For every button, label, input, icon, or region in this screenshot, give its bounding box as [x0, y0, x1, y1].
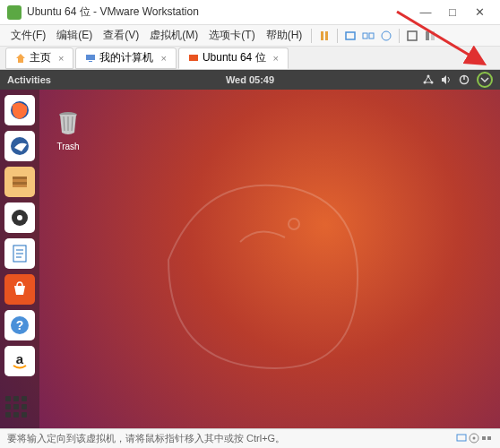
- network-icon[interactable]: [422, 73, 435, 86]
- svg-rect-20: [13, 177, 27, 179]
- svg-point-36: [473, 436, 476, 439]
- tab-ubuntu[interactable]: Ubuntu 64 位 ×: [178, 47, 289, 69]
- vm-screen[interactable]: Activities Wed 05:49 ? a: [0, 70, 500, 428]
- svg-rect-2: [346, 32, 355, 39]
- gnome-topbar: Activities Wed 05:49: [0, 70, 500, 90]
- pause-icon[interactable]: [318, 30, 331, 42]
- tabbar: 主页 × 我的计算机 × Ubuntu 64 位 ×: [0, 47, 500, 70]
- wallpaper-bird-icon: [133, 152, 384, 385]
- close-button[interactable]: ✕: [466, 5, 493, 19]
- dock-help[interactable]: ?: [4, 310, 35, 340]
- maximize-button[interactable]: □: [439, 5, 466, 19]
- svg-rect-22: [13, 182, 27, 185]
- svg-text:a: a: [16, 351, 24, 366]
- svg-rect-38: [487, 436, 491, 440]
- tab-home[interactable]: 主页 ×: [5, 47, 73, 69]
- clock-label[interactable]: Wed 05:49: [226, 74, 274, 85]
- snapshot-icon[interactable]: [344, 30, 357, 42]
- titlebar: Ubuntu 64 位 - VMware Workstation — □ ✕: [0, 0, 500, 25]
- svg-rect-1: [325, 31, 328, 40]
- status-device-icon[interactable]: [455, 432, 468, 446]
- tab-computer[interactable]: 我的计算机 ×: [75, 47, 176, 69]
- status-network-icon[interactable]: [480, 432, 493, 446]
- menu-vm[interactable]: 虚拟机(M): [144, 26, 203, 45]
- statusbar: 要将输入定向到该虚拟机，请将鼠标指针移入其中或按 Ctrl+G。: [0, 428, 500, 448]
- window-title: Ubuntu 64 位 - VMware Workstation: [27, 4, 412, 20]
- home-icon: [15, 53, 26, 64]
- gnome-desktop[interactable]: ? a Trash: [0, 90, 500, 428]
- dock-writer[interactable]: [4, 238, 35, 269]
- trash-label: Trash: [48, 142, 88, 151]
- svg-rect-0: [321, 31, 323, 40]
- menu-file[interactable]: 文件(F): [5, 26, 51, 45]
- svg-rect-21: [13, 179, 27, 182]
- tab-computer-label: 我的计算机: [99, 50, 153, 65]
- svg-rect-11: [189, 55, 198, 61]
- trash-icon: [48, 102, 88, 142]
- status-cd-icon[interactable]: [468, 432, 480, 446]
- svg-rect-7: [426, 31, 429, 40]
- dock-amazon[interactable]: a: [4, 346, 35, 376]
- dock-files[interactable]: [4, 167, 35, 197]
- tab-close-icon[interactable]: ×: [273, 53, 279, 64]
- svg-rect-4: [369, 33, 374, 39]
- dock-thunderbird[interactable]: [4, 131, 35, 161]
- dock-software[interactable]: [4, 274, 35, 305]
- status-hint: 要将输入定向到该虚拟机，请将鼠标指针移入其中或按 Ctrl+G。: [7, 432, 285, 445]
- svg-rect-23: [13, 185, 27, 187]
- system-menu-toggle[interactable]: [477, 72, 493, 88]
- svg-text:?: ?: [16, 318, 24, 332]
- chevron-down-icon: [480, 75, 489, 84]
- svg-point-17: [289, 219, 299, 229]
- tab-close-icon[interactable]: ×: [58, 53, 64, 64]
- menubar: 文件(F) 编辑(E) 查看(V) 虚拟机(M) 选项卡(T) 帮助(H): [0, 25, 500, 47]
- dock-firefox[interactable]: [4, 95, 35, 125]
- menu-edit[interactable]: 编辑(E): [51, 26, 98, 45]
- tab-home-label: 主页: [30, 50, 51, 65]
- svg-rect-9: [86, 55, 95, 60]
- svg-rect-34: [457, 435, 466, 441]
- svg-rect-6: [408, 31, 417, 40]
- toolbar-separator: [311, 29, 312, 43]
- menu-help[interactable]: 帮助(H): [261, 26, 308, 45]
- desktop-trash[interactable]: Trash: [48, 102, 88, 151]
- ubuntu-icon: [188, 53, 199, 64]
- power-icon[interactable]: [458, 73, 470, 86]
- svg-point-25: [17, 215, 22, 220]
- snapshot-revert-icon[interactable]: [380, 30, 392, 42]
- menu-tabs[interactable]: 选项卡(T): [203, 26, 260, 45]
- unity-icon[interactable]: [424, 30, 436, 42]
- show-applications-button[interactable]: [5, 396, 32, 423]
- svg-rect-3: [363, 33, 367, 39]
- computer-icon: [85, 53, 96, 64]
- tab-close-icon[interactable]: ×: [160, 53, 166, 64]
- svg-rect-8: [431, 31, 435, 40]
- volume-icon[interactable]: [440, 73, 453, 86]
- vmware-app-icon: [7, 5, 22, 20]
- gnome-dock: ? a: [0, 90, 39, 428]
- snapshot-manager-icon[interactable]: [362, 30, 375, 42]
- fullscreen-icon[interactable]: [406, 30, 418, 42]
- activities-button[interactable]: Activities: [7, 74, 51, 85]
- svg-rect-37: [482, 436, 486, 440]
- toolbar-separator: [399, 29, 400, 43]
- dock-rhythmbox[interactable]: [4, 202, 35, 233]
- toolbar-separator: [337, 29, 338, 43]
- svg-point-5: [382, 31, 391, 40]
- minimize-button[interactable]: —: [412, 5, 439, 19]
- tab-ubuntu-label: Ubuntu 64 位: [203, 50, 266, 65]
- menu-view[interactable]: 查看(V): [98, 26, 144, 45]
- svg-rect-10: [89, 61, 92, 62]
